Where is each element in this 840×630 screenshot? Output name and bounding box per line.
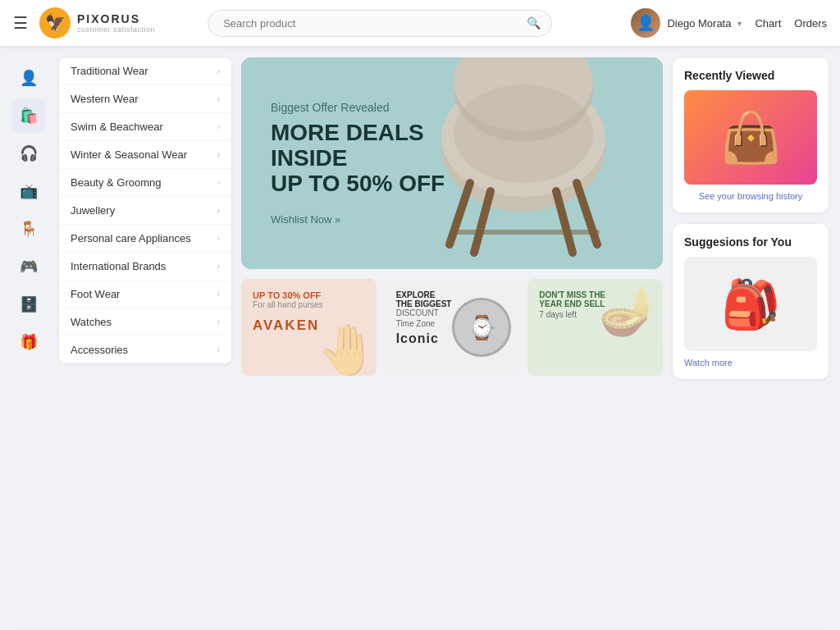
sub-banner-watches[interactable]: EXPLORE THE BIGGESTDISCOUNT Time Zone Ic…: [385, 279, 520, 376]
logo-bird-icon: 🦅: [39, 7, 71, 39]
hero-title: MORE DEALS INSIDEUP TO 50% OFF: [271, 121, 458, 196]
category-item-international[interactable]: International Brands›: [59, 253, 231, 281]
hero-subtitle: Biggest Offer Revealed: [271, 101, 458, 114]
chart-nav-link[interactable]: Chart: [755, 17, 781, 30]
chevron-icon: ›: [217, 317, 220, 326]
category-nav: Traditional Wear› Western Wear› Swim & B…: [59, 57, 231, 363]
recently-viewed-card: Recently Viewed 👜 See your browsing hist…: [673, 57, 829, 212]
sub-banners: UP TO 30% OFF For all hand purses AVAKEN…: [241, 279, 663, 376]
chevron-icon: ›: [217, 206, 220, 215]
sidebar-icon-gift[interactable]: 🎁: [11, 325, 46, 359]
chevron-icon: ›: [217, 150, 220, 159]
logo-tagline: customer satisfaction: [77, 25, 155, 34]
chevron-icon: ›: [217, 66, 220, 75]
sub-banner-desc: For all hand purses: [253, 300, 365, 309]
menu-icon[interactable]: ☰: [13, 13, 28, 33]
main-layout: 👤 🛍️ 🎧 📺 🪑 🎮 🗄️ 🎁 Traditional Wear› West…: [0, 46, 840, 630]
hero-cta[interactable]: Wishlist Now »: [271, 213, 458, 226]
category-item-watches[interactable]: Watches›: [59, 308, 231, 336]
search-bar: 🔍: [208, 10, 552, 37]
suggestions-image[interactable]: 🎒: [684, 257, 817, 351]
category-item-swim[interactable]: Swim & Beachwear›: [59, 113, 231, 141]
recently-viewed-image[interactable]: 👜: [684, 90, 817, 185]
chevron-icon: ›: [217, 178, 220, 187]
watch-more-link[interactable]: Watch more: [684, 358, 817, 368]
logo-name: PIXORUS: [77, 12, 155, 25]
hero-text-area: Biggest Offer Revealed MORE DEALS INSIDE…: [241, 75, 487, 251]
sidebar-icon-profile[interactable]: 👤: [11, 61, 46, 95]
sidebar-icon-shelves[interactable]: 🗄️: [11, 287, 46, 322]
right-sidebar: Recently Viewed 👜 See your browsing hist…: [673, 57, 829, 619]
hero-banner: Biggest Offer Revealed MORE DEALS INSIDE…: [241, 57, 663, 269]
chevron-icon: ›: [217, 122, 220, 131]
chevron-icon: ›: [217, 262, 220, 271]
search-input[interactable]: [208, 10, 552, 37]
search-icon: 🔍: [527, 16, 541, 30]
avatar: 👤: [631, 8, 660, 38]
chevron-icon: ›: [217, 345, 220, 354]
user-name: Diego Morata: [667, 17, 731, 30]
category-item-winter[interactable]: Winter & Seasonal Wear›: [59, 141, 231, 169]
hand-decoration: 🤚: [317, 321, 377, 376]
category-item-footwear[interactable]: Foot Wear›: [59, 281, 231, 308]
user-caret-icon: ▾: [737, 19, 742, 28]
chevron-icon: ›: [217, 234, 220, 243]
sidebar-icons: 👤 🛍️ 🎧 📺 🪑 🎮 🗄️ 🎁: [8, 57, 49, 619]
sidebar-icon-gaming[interactable]: 🎮: [11, 249, 46, 284]
sidebar-icon-shopping[interactable]: 🛍️: [11, 98, 46, 133]
sub-banner-seasonal[interactable]: DON'T MISS THE YEAR END SELL 7 days left…: [527, 279, 663, 376]
header-right: 👤 Diego Morata ▾ Chart Orders: [631, 8, 827, 38]
lamp-decoration: 🪔: [599, 282, 658, 338]
sidebar-icon-tv[interactable]: 📺: [11, 174, 46, 208]
category-item-beauty[interactable]: Beauty & Groomng›: [59, 169, 231, 197]
category-item-traditional[interactable]: Traditional Wear›: [59, 57, 231, 85]
chevron-icon: ›: [217, 290, 220, 299]
sub-banner-tag2: EXPLORE: [396, 290, 509, 299]
watch-decoration: ⌚: [452, 298, 511, 357]
logo-area: 🦅 PIXORUS customer satisfaction: [39, 7, 162, 39]
sidebar-icon-furniture[interactable]: 🪑: [11, 212, 46, 246]
chevron-icon: ›: [217, 94, 220, 103]
svg-line-6: [577, 183, 597, 244]
header: ☰ 🦅 PIXORUS customer satisfaction 🔍 👤 Di…: [0, 0, 840, 46]
orders-nav-link[interactable]: Orders: [794, 17, 827, 30]
suggestions-card: Suggesions for You 🎒 Watch more: [673, 224, 829, 379]
see-history-link[interactable]: See your browsing history: [684, 191, 817, 201]
user-area[interactable]: 👤 Diego Morata ▾: [631, 8, 742, 38]
sidebar-icon-support[interactable]: 🎧: [11, 136, 46, 171]
sub-banner-handbag[interactable]: UP TO 30% OFF For all hand purses AVAKEN…: [241, 279, 377, 376]
category-item-personal-care[interactable]: Personal care Appliances›: [59, 225, 231, 253]
main-content: Biggest Offer Revealed MORE DEALS INSIDE…: [241, 57, 663, 619]
recently-viewed-title: Recently Viewed: [684, 69, 817, 82]
category-item-western[interactable]: Western Wear›: [59, 85, 231, 113]
category-item-accessories[interactable]: Accessories›: [59, 336, 231, 363]
sub-banner-tag: UP TO 30% OFF: [253, 290, 365, 300]
category-item-jewellery[interactable]: Juwellery›: [59, 197, 231, 225]
suggestions-title: Suggesions for You: [684, 235, 817, 249]
